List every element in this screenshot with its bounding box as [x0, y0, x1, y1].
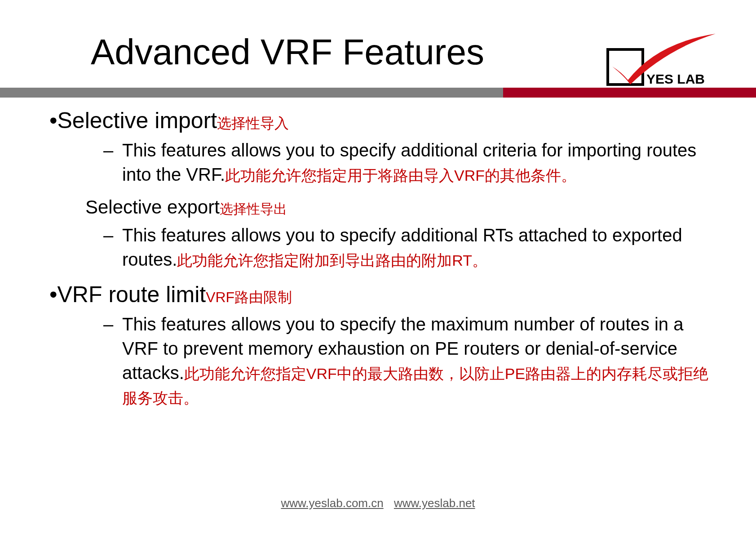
bullet-label-en: VRF route limit: [57, 282, 206, 307]
divider-red: [503, 88, 756, 98]
svg-rect-0: [608, 49, 643, 85]
bullet-selective-import: •Selective import选择性导入: [49, 107, 714, 134]
mid-label-zh: 选择性导出: [220, 201, 287, 216]
footer-link-2[interactable]: www.yeslab.net: [394, 496, 475, 510]
mid-label-en: Selective export: [85, 196, 220, 218]
logo-text: YES LAB: [646, 71, 705, 86]
bullet-label-zh: VRF路由限制: [206, 289, 292, 305]
slide: Advanced VRF Features YES LAB •Selective…: [0, 0, 756, 535]
divider-gray: [0, 88, 503, 98]
content-area: •Selective import选择性导入 – This features a…: [49, 106, 714, 414]
footer: www.yeslab.com.cn www.yeslab.net: [0, 496, 756, 510]
footer-link-1[interactable]: www.yeslab.com.cn: [281, 496, 383, 510]
logo: YES LAB: [603, 31, 729, 94]
sub-text-zh: 此功能允许您指定附加到导出路由的附加RT。: [177, 252, 487, 269]
bullet-vrf-route-limit: •VRF route limitVRF路由限制: [49, 281, 714, 308]
label-selective-export: Selective export选择性导出: [85, 196, 714, 218]
sub-item: – This features allows you to specify th…: [103, 312, 714, 409]
sub-item: – This features allows you to specify ad…: [103, 223, 714, 272]
sub-text-zh: 此功能允许您指定VRF中的最大路由数，以防止PE路由器上的内存耗尽或拒绝服务攻击…: [122, 365, 708, 406]
sub-text-zh: 此功能允许您指定用于将路由导入VRF的其他条件。: [225, 167, 576, 184]
bullet-label-en: Selective import: [57, 108, 217, 133]
bullet-label-zh: 选择性导入: [217, 115, 289, 131]
slide-title: Advanced VRF Features: [0, 31, 575, 73]
sub-item: – This features allows you to specify ad…: [103, 138, 714, 187]
